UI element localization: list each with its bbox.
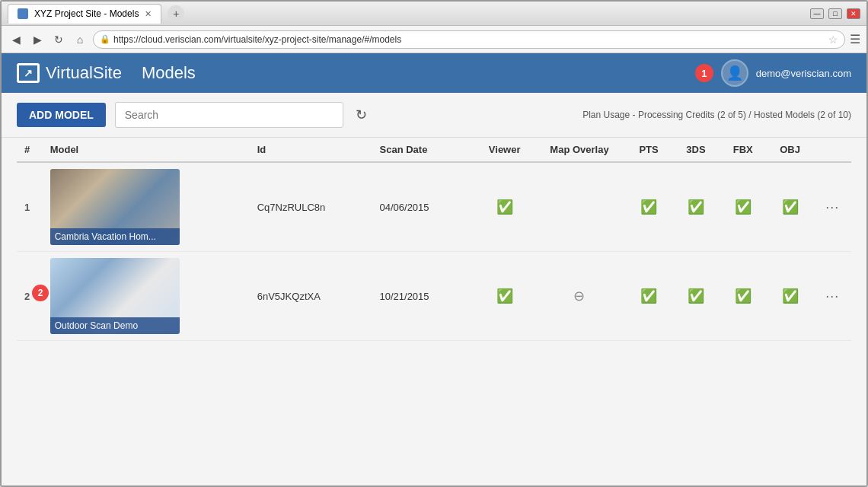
viewer-check-icon-2: ✅ bbox=[496, 288, 513, 304]
table-row: 2 2 Outdoor Scan Demo 6nV5JKQztXA 10/21/… bbox=[17, 252, 851, 341]
fbx-check-icon-2: ✅ bbox=[735, 288, 752, 304]
row-1-num: 1 bbox=[17, 162, 43, 252]
reload-button[interactable]: ↻ bbox=[50, 31, 67, 48]
user-avatar[interactable]: 👤 bbox=[721, 59, 748, 87]
url-bar[interactable]: 🔒 https://cloud.veriscian.com/virtualsit… bbox=[93, 30, 845, 49]
home-button[interactable]: ⌂ bbox=[72, 31, 88, 48]
forward-button[interactable]: ▶ bbox=[29, 31, 46, 48]
model-2-label: Outdoor Scan Demo bbox=[50, 317, 180, 334]
row-2-model[interactable]: Outdoor Scan Demo bbox=[43, 252, 250, 341]
app-header: ↗ VirtualSite Models 1 👤 demo@veriscian.… bbox=[2, 53, 866, 93]
notification-badge[interactable]: 1 bbox=[695, 64, 713, 82]
row-2-num: 2 2 bbox=[17, 252, 43, 341]
col-header-scan-date: Scan Date bbox=[372, 138, 476, 162]
col-header-3ds: 3DS bbox=[672, 138, 720, 162]
col-header-fbx: FBX bbox=[720, 138, 767, 162]
row-1-fbx: ✅ bbox=[720, 162, 767, 252]
title-bar-left: XYZ Project Site - Models ✕ + bbox=[8, 4, 184, 24]
browser-tab[interactable]: XYZ Project Site - Models ✕ bbox=[8, 4, 161, 24]
3ds-check-icon-2: ✅ bbox=[688, 288, 704, 304]
obj-check-icon: ✅ bbox=[782, 199, 799, 215]
table-header-row: # Model Id Scan Date Viewer Map Overlay … bbox=[17, 138, 851, 162]
row-2-viewer: ✅ bbox=[476, 252, 534, 341]
refresh-button[interactable]: ↻ bbox=[356, 107, 367, 123]
row-1-viewer: ✅ bbox=[476, 162, 534, 252]
tab-favicon bbox=[18, 8, 28, 19]
col-header-obj: OBJ bbox=[767, 138, 814, 162]
row-1-more[interactable]: ··· bbox=[813, 162, 851, 252]
row-2-scan-date: 10/21/2015 bbox=[372, 252, 476, 341]
row-2-pts: ✅ bbox=[625, 252, 672, 341]
model-1-label: Cambria Vacation Hom... bbox=[50, 228, 180, 245]
row-1-scan-date: 04/06/2015 bbox=[372, 162, 476, 252]
row-2-obj: ✅ bbox=[767, 252, 814, 341]
browser-menu-icon[interactable]: ☰ bbox=[850, 32, 860, 46]
obj-check-icon-2: ✅ bbox=[782, 288, 799, 304]
viewer-check-icon: ✅ bbox=[496, 199, 513, 215]
col-header-id: Id bbox=[250, 138, 372, 162]
col-header-model: Model bbox=[43, 138, 250, 162]
user-email: demo@veriscian.com bbox=[756, 68, 851, 79]
row-1-id: Cq7NzRULC8n bbox=[250, 162, 372, 252]
bookmark-icon[interactable]: ☆ bbox=[828, 33, 838, 46]
pts-check-icon-2: ✅ bbox=[640, 288, 657, 304]
app-logo: ↗ VirtualSite bbox=[17, 63, 122, 83]
col-header-num: # bbox=[17, 138, 43, 162]
row-2-3ds: ✅ bbox=[672, 252, 720, 341]
new-tab-button[interactable]: + bbox=[168, 5, 184, 22]
row-2-more[interactable]: ··· bbox=[813, 252, 851, 341]
pts-check-icon: ✅ bbox=[640, 199, 657, 215]
fbx-check-icon: ✅ bbox=[735, 199, 752, 215]
row-2-map-overlay: ⊖ bbox=[534, 252, 625, 341]
row-2-more-button[interactable]: ··· bbox=[825, 288, 839, 304]
col-header-map-overlay: Map Overlay bbox=[534, 138, 625, 162]
tab-title: XYZ Project Site - Models bbox=[34, 8, 139, 19]
row-2-fbx: ✅ bbox=[720, 252, 767, 341]
col-header-pts: PTS bbox=[625, 138, 672, 162]
row-1-more-button[interactable]: ··· bbox=[825, 199, 839, 215]
models-table: # Model Id Scan Date Viewer Map Overlay … bbox=[17, 138, 851, 341]
vs-logo-icon: ↗ bbox=[17, 63, 40, 83]
maximize-button[interactable]: □ bbox=[828, 8, 842, 19]
page-title: Models bbox=[142, 63, 196, 83]
model-1-thumbnail[interactable]: Cambria Vacation Hom... bbox=[50, 169, 180, 245]
plan-usage-text: Plan Usage - Processing Credits (2 of 5)… bbox=[582, 110, 851, 120]
col-header-more bbox=[813, 138, 851, 162]
add-model-button[interactable]: ADD MODEL bbox=[17, 103, 106, 127]
tab-close-button[interactable]: ✕ bbox=[145, 9, 152, 19]
table-row: 1 Cambria Vacation Hom... Cq7NzRULC8n 04… bbox=[17, 162, 851, 252]
3ds-check-icon: ✅ bbox=[688, 199, 704, 215]
row-1-model[interactable]: Cambria Vacation Hom... bbox=[43, 162, 250, 252]
app-logo-text: VirtualSite bbox=[46, 63, 122, 83]
close-button[interactable]: ✕ bbox=[847, 8, 860, 19]
header-right: 1 👤 demo@veriscian.com bbox=[695, 59, 851, 87]
row-1-3ds: ✅ bbox=[672, 162, 720, 252]
row-1-pts: ✅ bbox=[625, 162, 672, 252]
window-controls: — □ ✕ bbox=[810, 8, 860, 19]
row-1-map-overlay bbox=[534, 162, 625, 252]
address-bar: ◀ ▶ ↻ ⌂ 🔒 https://cloud.veriscian.com/vi… bbox=[2, 26, 866, 53]
search-input[interactable] bbox=[115, 102, 343, 128]
row-2-badge: 2 bbox=[32, 285, 49, 301]
map-overlay-partial-icon: ⊖ bbox=[573, 288, 585, 304]
models-table-container: # Model Id Scan Date Viewer Map Overlay … bbox=[2, 138, 866, 485]
back-button[interactable]: ◀ bbox=[8, 31, 24, 48]
minimize-button[interactable]: — bbox=[810, 8, 824, 19]
title-bar: XYZ Project Site - Models ✕ + — □ ✕ bbox=[2, 2, 866, 26]
url-text: https://cloud.veriscian.com/virtualsite/… bbox=[113, 34, 401, 45]
row-1-obj: ✅ bbox=[767, 162, 814, 252]
col-header-viewer: Viewer bbox=[476, 138, 534, 162]
row-2-id: 6nV5JKQztXA bbox=[250, 252, 372, 341]
ssl-lock-icon: 🔒 bbox=[100, 34, 110, 44]
toolbar: ADD MODEL ↻ Plan Usage - Processing Cred… bbox=[2, 93, 866, 138]
app-container: ↗ VirtualSite Models 1 👤 demo@veriscian.… bbox=[2, 53, 866, 485]
model-2-thumbnail[interactable]: Outdoor Scan Demo bbox=[50, 258, 180, 334]
